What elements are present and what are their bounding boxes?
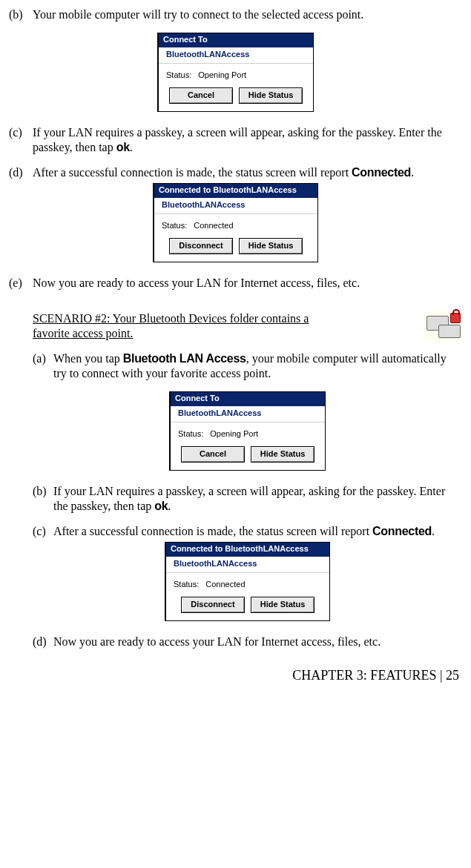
s2-step-d: (d) Now you are ready to access your LAN… — [33, 635, 462, 649]
hide-status-button[interactable]: Hide Status — [251, 597, 314, 613]
s2-step-a-marker: (a) — [33, 351, 53, 381]
dialog-subtitle: BluetoothLANAccess — [166, 557, 329, 573]
network-lock-icon — [424, 311, 462, 341]
dialog-subtitle: BluetoothLANAccess — [171, 406, 325, 423]
step-c-text: If your LAN requires a passkey, a screen… — [33, 125, 462, 155]
connected-label: Connected — [352, 166, 411, 179]
status-value: Connected — [205, 580, 245, 589]
s2-step-d-marker: (d) — [33, 635, 53, 649]
disconnect-button[interactable]: Disconnect — [169, 238, 233, 254]
disconnect-button[interactable]: Disconnect — [181, 597, 245, 613]
dialog-connect-to: Connect To BluetoothLANAccess Status: Op… — [157, 33, 314, 112]
step-b-text: Your mobile computer will try to connect… — [33, 7, 462, 22]
scenario-2-title: SCENARIO #2: Your Bluetooth Devices fold… — [33, 311, 344, 341]
s2-step-a: (a) When you tap Bluetooth LAN Access, y… — [33, 351, 462, 381]
dialog-connect-to: Connect To BluetoothLANAccess Status: Op… — [169, 391, 326, 471]
dialog-title: Connected to BluetoothLANAccess — [154, 184, 317, 198]
dialog-subtitle: BluetoothLANAccess — [154, 198, 317, 214]
scenario-2-heading-row: SCENARIO #2: Your Bluetooth Devices fold… — [33, 311, 462, 341]
screenshot-connect-to-1: Connect To BluetoothLANAccess Status: Op… — [9, 33, 462, 112]
dialog-connected: Connected to BluetoothLANAccess Bluetoot… — [165, 542, 330, 621]
connected-label: Connected — [372, 525, 432, 537]
step-d-text: After a successful connection is made, t… — [33, 165, 462, 180]
s2-step-a-text: When you tap Bluetooth LAN Access, your … — [53, 351, 462, 381]
cancel-button[interactable]: Cancel — [181, 446, 245, 463]
status-label: Status: — [166, 70, 191, 79]
status-value: Opening Port — [198, 70, 246, 79]
dialog-status-line: Status: Opening Port — [178, 429, 319, 440]
ok-label: ok — [154, 500, 168, 512]
s2-step-d-text: Now you are ready to access your LAN for… — [53, 635, 462, 649]
dialog-connected: Connected to BluetoothLANAccess Bluetoot… — [153, 183, 318, 262]
dialog-title: Connected to BluetoothLANAccess — [166, 543, 329, 557]
dialog-status-line: Status: Connected — [174, 580, 323, 590]
screenshot-connected-2: Connected to BluetoothLANAccess Bluetoot… — [33, 542, 462, 621]
step-c: (c) If your LAN requires a passkey, a sc… — [9, 125, 462, 155]
hide-status-button[interactable]: Hide Status — [239, 87, 303, 104]
step-d: (d) After a successful connection is mad… — [9, 165, 462, 180]
hide-status-button[interactable]: Hide Status — [239, 238, 303, 254]
s2-step-b-text: If your LAN requires a passkey, a screen… — [53, 484, 462, 514]
status-value: Connected — [194, 221, 233, 230]
s2-step-b: (b) If your LAN requires a passkey, a sc… — [33, 484, 462, 514]
s2-step-b-marker: (b) — [33, 484, 53, 514]
step-e-marker: (e) — [9, 276, 33, 291]
s2-step-c: (c) After a successful connection is mad… — [33, 524, 462, 539]
screenshot-connect-to-2: Connect To BluetoothLANAccess Status: Op… — [33, 391, 462, 471]
hide-status-button[interactable]: Hide Status — [251, 446, 314, 463]
dialog-status-line: Status: Connected — [162, 221, 312, 231]
step-b-marker: (b) — [9, 7, 33, 22]
step-c-marker: (c) — [9, 125, 33, 155]
s2-step-c-marker: (c) — [33, 524, 53, 539]
bluetooth-lan-access-label: Bluetooth LAN Access — [123, 352, 246, 365]
step-e-text: Now you are ready to access your LAN for… — [33, 276, 462, 291]
s2-step-c-text: After a successful connection is made, t… — [53, 524, 462, 539]
status-label: Status: — [178, 429, 203, 438]
step-b: (b) Your mobile computer will try to con… — [9, 7, 462, 22]
page-footer: CHAPTER 3: FEATURES | 25 — [9, 667, 462, 684]
screenshot-connected-1: Connected to BluetoothLANAccess Bluetoot… — [9, 183, 462, 262]
ok-label: ok — [116, 141, 130, 153]
status-value: Opening Port — [210, 429, 258, 438]
step-d-marker: (d) — [9, 165, 33, 180]
dialog-title: Connect To — [159, 33, 313, 47]
cancel-button[interactable]: Cancel — [169, 87, 233, 104]
step-e: (e) Now you are ready to access your LAN… — [9, 276, 462, 291]
dialog-status-line: Status: Opening Port — [166, 70, 307, 81]
status-label: Status: — [162, 221, 187, 230]
dialog-title: Connect To — [171, 392, 325, 406]
status-label: Status: — [174, 580, 199, 589]
dialog-subtitle: BluetoothLANAccess — [159, 47, 313, 64]
